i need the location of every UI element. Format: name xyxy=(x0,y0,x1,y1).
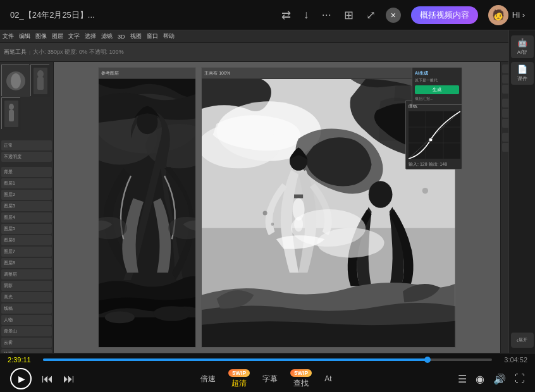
expand-button[interactable]: ‹ 展开 xyxy=(511,333,534,348)
ps-menu-3d[interactable]: 3D xyxy=(118,34,125,40)
ps-tool-brush: 画笔工具 xyxy=(4,48,27,56)
ps-toolbar-divider: | xyxy=(29,49,30,55)
curves-info: 输入: 128 输出: 148 xyxy=(409,161,459,168)
ai-smart-label: AI智 xyxy=(517,49,527,56)
search-label: 查找 xyxy=(293,378,309,389)
ai-gen-sub: 概括汇报... xyxy=(415,96,459,102)
ps-menu-filter[interactable]: 滤镜 xyxy=(101,32,113,40)
ps-layer-item-1: 正常 xyxy=(1,140,52,150)
ps-layer-item-2: 不透明度 xyxy=(1,152,52,162)
fullscreen-icon[interactable]: ⤢ xyxy=(366,8,376,22)
more-icon[interactable]: ··· xyxy=(322,8,331,21)
next-button[interactable]: ⏭ xyxy=(63,372,75,386)
swip-badge-search: 5WIP xyxy=(290,369,312,377)
quality-control[interactable]: 5WIP 超清 xyxy=(228,369,250,389)
svg-rect-10 xyxy=(9,110,14,121)
ai-gen-panel: AI生成 以下是一般代 生成 概括汇报... xyxy=(412,67,462,105)
search-control[interactable]: 5WIP 查找 xyxy=(290,369,312,389)
download-icon[interactable]: ↓ xyxy=(304,8,309,21)
ps-layer-8: 图层8 xyxy=(1,258,52,268)
time-total: 3:04:52 xyxy=(497,356,527,364)
ps-layer-14: 背景山 xyxy=(1,326,52,336)
ps-layer-11: 高光 xyxy=(1,292,52,302)
ps-toolbar: 画笔工具 | 大小: 350px 硬度: 0% 不透明: 100% xyxy=(0,43,535,62)
expand-label: 展开 xyxy=(519,337,527,343)
ps-screenshot: 文件 编辑 图像 图层 文字 选择 滤镜 3D 视图 窗口 帮助 画笔工具 | … xyxy=(0,30,535,353)
ps-menu-help[interactable]: 帮助 xyxy=(163,32,175,40)
ps-tool-options: 大小: 350px 硬度: 0% 不透明: 100% xyxy=(33,48,124,56)
ai-gen-desc: 以下是一般代 xyxy=(415,78,459,83)
controls-row: ▶ ⏮ ⏭ 倍速 5WIP 超清 字幕 5WIP 查找 xyxy=(0,366,535,392)
close-button[interactable]: × xyxy=(386,8,401,23)
at-control[interactable]: At xyxy=(324,374,331,383)
avatar: 🧑 xyxy=(488,5,508,25)
ai-gen-button[interactable]: 生成 xyxy=(415,85,459,94)
progress-area: 2:39:11 3:04:52 xyxy=(0,353,535,366)
share-icon[interactable]: ⇄ xyxy=(281,8,291,22)
top-bar: 02_【24年2月25日】... ⇄ ↓ ··· ⊞ ⤢ × 概括视频内容 🧑 … xyxy=(0,0,535,30)
svg-point-9 xyxy=(9,104,14,110)
hi-label[interactable]: Hi › xyxy=(512,10,525,20)
volume-icon[interactable]: 🔊 xyxy=(493,373,506,385)
summary-button[interactable]: 概括视频内容 xyxy=(411,6,478,24)
ps-menu-select[interactable]: 选择 xyxy=(85,32,96,40)
ai-smart-button[interactable]: 🤖 AI智 xyxy=(511,35,534,58)
ps-layer-9: 调整层 xyxy=(1,269,52,279)
pip-icon[interactable]: ⊞ xyxy=(344,8,354,22)
ps-layer-bg: 背景 xyxy=(1,167,52,177)
fullscreen-icon[interactable]: ⛶ xyxy=(515,373,525,384)
curves-panel: 曲线 xyxy=(405,100,462,169)
time-current: 2:39:11 xyxy=(8,356,38,364)
courseware-label: 课件 xyxy=(517,75,527,82)
svg-rect-6 xyxy=(37,77,44,90)
progress-dot xyxy=(424,357,431,363)
ps-menu-image[interactable]: 图像 xyxy=(35,32,47,40)
subtitle-icon[interactable]: ◉ xyxy=(476,373,484,385)
progress-track[interactable] xyxy=(43,358,492,361)
artwork-panel-left: 参考图层 xyxy=(98,67,196,348)
bottom-bar: 2:39:11 3:04:52 ▶ ⏮ ⏭ 倍速 5WIP 超清 xyxy=(0,353,535,392)
play-button[interactable]: ▶ xyxy=(10,368,32,389)
courseware-button[interactable]: 📄 课件 xyxy=(511,62,534,85)
svg-point-19 xyxy=(154,306,191,321)
courseware-icon: 📄 xyxy=(517,64,527,74)
playback-controls: ▶ ⏮ ⏭ xyxy=(10,368,75,389)
prev-button[interactable]: ⏮ xyxy=(42,372,53,386)
ps-layer-5: 图层5 xyxy=(1,224,52,234)
ps-thumb-3 xyxy=(1,97,20,129)
list-icon[interactable]: ☰ xyxy=(458,373,467,385)
ps-layer-15: 云雾 xyxy=(1,338,52,348)
svg-point-5 xyxy=(37,70,44,78)
ps-tools: 正常 不透明度 背景 图层1 图层2 图层3 图层4 图层5 图层6 图层7 图… xyxy=(0,132,53,353)
quality-label: 超清 xyxy=(231,378,247,389)
ps-menu-edit[interactable]: 编辑 xyxy=(19,32,30,40)
artwork-image-left xyxy=(99,79,195,347)
ps-menu-file[interactable]: 文件 xyxy=(3,32,14,40)
ps-content: 正常 不透明度 背景 图层1 图层2 图层3 图层4 图层5 图层6 图层7 图… xyxy=(0,62,535,353)
side-ai-panel: 🤖 AI智 📄 课件 ‹ 展开 xyxy=(508,30,535,353)
speed-label: 倍速 xyxy=(200,374,216,384)
svg-point-31 xyxy=(263,211,268,215)
ps-layer-16: 纹理 xyxy=(1,349,52,353)
swip-badge-quality: 5WIP xyxy=(228,369,250,377)
at-label: At xyxy=(324,374,331,383)
ps-thumbnails xyxy=(0,62,53,132)
ps-menu-view[interactable]: 视图 xyxy=(130,32,142,40)
subtitle-control[interactable]: 字幕 xyxy=(262,374,278,384)
ps-layer-4: 图层4 xyxy=(1,212,52,223)
svg-point-30 xyxy=(317,228,384,258)
svg-point-18 xyxy=(105,311,135,323)
speed-control[interactable]: 倍速 xyxy=(200,374,216,384)
ps-layer-6: 图层6 xyxy=(1,235,52,245)
ps-menu-window[interactable]: 窗口 xyxy=(147,32,158,40)
ps-menu-layer[interactable]: 图层 xyxy=(52,32,63,40)
ps-layer-7: 图层7 xyxy=(1,247,52,257)
ps-layer-12: 线稿 xyxy=(1,303,52,314)
ps-layer-10: 阴影 xyxy=(1,281,52,291)
ps-menu-text[interactable]: 文字 xyxy=(68,32,80,40)
ps-canvas: 参考图层 xyxy=(54,62,500,353)
svg-point-42 xyxy=(429,138,433,142)
ps-layer-2: 图层2 xyxy=(1,190,52,200)
ps-layer-13: 人物 xyxy=(1,315,52,325)
ps-left-panel: 正常 不透明度 背景 图层1 图层2 图层3 图层4 图层5 图层6 图层7 图… xyxy=(0,62,54,353)
